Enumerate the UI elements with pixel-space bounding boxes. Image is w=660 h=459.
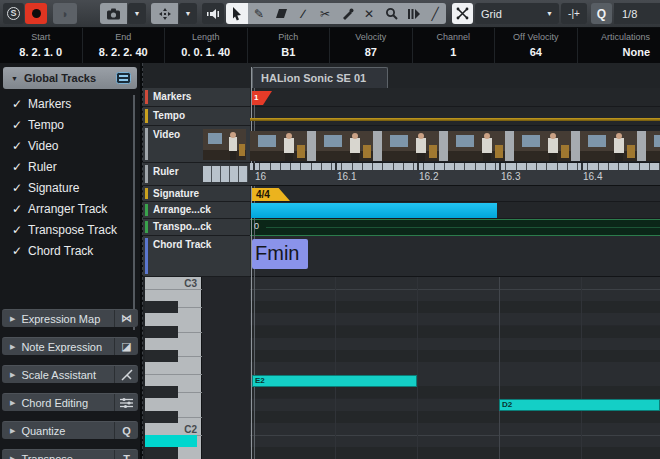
- tool-erase[interactable]: [270, 3, 292, 24]
- check-icon: ✓: [6, 181, 28, 195]
- quantize-preset-select[interactable]: 1/8: [614, 3, 660, 24]
- highlighted-key-b1[interactable]: [145, 435, 197, 447]
- check-icon: ✓: [6, 223, 28, 237]
- tool-split[interactable]: ✂: [314, 3, 336, 24]
- global-tracks-header[interactable]: ▼ Global Tracks: [3, 67, 137, 89]
- global-track-item-signature[interactable]: ✓Signature: [0, 177, 132, 198]
- section-note-expression[interactable]: ▶Note Expression◪: [2, 337, 138, 355]
- note-event[interactable]: D2: [499, 399, 660, 411]
- track-header-ruler[interactable]: Ruler: [143, 163, 250, 186]
- acoustic-feedback-button[interactable]: [202, 3, 224, 24]
- snap-type-select[interactable]: Grid ▼: [475, 3, 559, 24]
- tool-trim[interactable]: ∕: [292, 3, 314, 24]
- tempo-curve-line[interactable]: [250, 118, 660, 121]
- solo-editor-button[interactable]: S: [3, 3, 24, 24]
- tool-line[interactable]: ╱: [424, 3, 446, 24]
- chord-track-lane[interactable]: [250, 236, 660, 277]
- ruler-tick-strip[interactable]: [250, 163, 660, 170]
- grid-relative-button[interactable]: -|+: [561, 3, 587, 24]
- tool-zoom[interactable]: [380, 3, 402, 24]
- chord-event[interactable]: Fmin: [252, 239, 308, 269]
- video-thumbnail: [250, 131, 307, 161]
- global-track-item-ruler[interactable]: ✓Ruler: [0, 156, 132, 177]
- sidebar-scrollbar[interactable]: [133, 95, 135, 330]
- black-key[interactable]: [145, 301, 178, 313]
- info-field-articulations[interactable]: ArticulationsNone: [578, 28, 660, 63]
- global-track-item-arranger[interactable]: ✓Arranger Track: [0, 198, 132, 219]
- global-track-item-transpose[interactable]: ✓Transpose Track: [0, 219, 132, 240]
- section-chord-editing[interactable]: ▶Chord Editing: [2, 393, 138, 411]
- crescent-icon: ◗: [61, 8, 68, 20]
- record-button[interactable]: [25, 3, 47, 24]
- markers-track-lane[interactable]: [250, 88, 660, 107]
- black-key[interactable]: [145, 350, 178, 362]
- glue-icon: [341, 8, 354, 20]
- editor-view-dropdown[interactable]: ▼: [128, 3, 146, 24]
- track-header-tempo[interactable]: Tempo: [143, 107, 250, 126]
- trim-icon: ∕: [302, 8, 304, 20]
- collapse-triangle-icon: ▼: [11, 75, 18, 82]
- track-header-signature[interactable]: Signature: [143, 186, 250, 202]
- check-icon: ✓: [6, 244, 28, 258]
- check-icon: ✓: [6, 139, 28, 153]
- tool-mute[interactable]: ✕: [358, 3, 380, 24]
- black-key[interactable]: [145, 386, 178, 398]
- arranger-event[interactable]: [251, 203, 497, 218]
- editor-view-button[interactable]: [100, 3, 127, 24]
- track-header-markers[interactable]: Markers: [143, 88, 250, 107]
- tool-comp[interactable]: [402, 3, 424, 24]
- info-field-off-velocity[interactable]: Off Velocity64: [495, 28, 578, 63]
- part-tab[interactable]: HALion Sonic SE 01: [252, 67, 388, 88]
- section-expression-map[interactable]: ▶Expression Map⋈: [2, 309, 138, 327]
- autoscroll-dropdown[interactable]: ▼: [179, 3, 197, 24]
- autoscroll-button[interactable]: [151, 3, 178, 24]
- ruler-beat-tick: [335, 163, 337, 170]
- info-field-velocity[interactable]: Velocity87: [330, 28, 413, 63]
- black-key[interactable]: [145, 326, 178, 338]
- video-frames-strip: [250, 131, 660, 161]
- check-icon: ✓: [6, 160, 28, 174]
- black-key[interactable]: [145, 411, 178, 423]
- track-color-stripe: [145, 90, 148, 104]
- octave-line: [250, 289, 660, 290]
- note-grid[interactable]: E2 D2: [250, 277, 660, 459]
- transpose-value[interactable]: 0: [254, 221, 259, 231]
- global-track-item-tempo[interactable]: ✓Tempo: [0, 114, 132, 135]
- section-quantize[interactable]: ▶QuantizeQ: [2, 421, 138, 439]
- scale-assistant-icon: [121, 369, 133, 381]
- tool-object-selection[interactable]: [226, 3, 248, 24]
- chevron-down-icon: ▼: [546, 10, 553, 17]
- track-header-transpose[interactable]: Transpo...ck: [143, 219, 250, 236]
- quantize-icon[interactable]: Q: [114, 422, 138, 439]
- info-field-start[interactable]: Start8. 2. 1. 0: [0, 28, 83, 63]
- section-transpose[interactable]: ▶TransposeT: [2, 449, 138, 459]
- transpose-icon[interactable]: T: [114, 450, 138, 459]
- expression-map-icon[interactable]: ⋈: [114, 310, 138, 327]
- black-key[interactable]: [145, 447, 178, 459]
- global-track-item-chord[interactable]: ✓Chord Track: [0, 240, 132, 261]
- info-field-channel[interactable]: Channel1: [413, 28, 496, 63]
- tool-draw[interactable]: ✎: [248, 3, 270, 24]
- track-header-chord[interactable]: Chord Track: [143, 236, 250, 277]
- solo-icon: S: [7, 7, 20, 20]
- signature-track-lane[interactable]: [250, 186, 660, 202]
- info-field-pitch[interactable]: PitchB1: [248, 28, 331, 63]
- tempo-track-lane[interactable]: [250, 107, 660, 126]
- info-field-length[interactable]: Length0. 0. 1. 40: [165, 28, 248, 63]
- section-scale-assistant[interactable]: ▶Scale Assistant: [2, 365, 138, 383]
- track-header-arranger[interactable]: Arrange...ck: [143, 202, 250, 219]
- quantize-button[interactable]: Q: [591, 3, 612, 24]
- tool-glue[interactable]: [336, 3, 358, 24]
- note-expression-icon[interactable]: ◪: [114, 338, 138, 355]
- global-track-item-video[interactable]: ✓Video: [0, 135, 132, 156]
- left-zone: ▼ Global Tracks ✓Markers ✓Tempo ✓Video ✓…: [0, 63, 140, 459]
- info-field-end[interactable]: End8. 2. 2. 40: [83, 28, 166, 63]
- transpose-curve-line: [266, 227, 660, 228]
- acoustic-feedback-disabled-button[interactable]: ◗: [53, 3, 77, 24]
- track-header-video[interactable]: Video: [143, 126, 250, 163]
- ruler-beat-tick: [581, 163, 583, 170]
- snap-toggle-button[interactable]: [452, 3, 473, 24]
- global-track-item-markers[interactable]: ✓Markers: [0, 93, 132, 114]
- note-event[interactable]: E2: [252, 375, 417, 387]
- piano-keyboard[interactable]: C3 C2: [145, 277, 202, 459]
